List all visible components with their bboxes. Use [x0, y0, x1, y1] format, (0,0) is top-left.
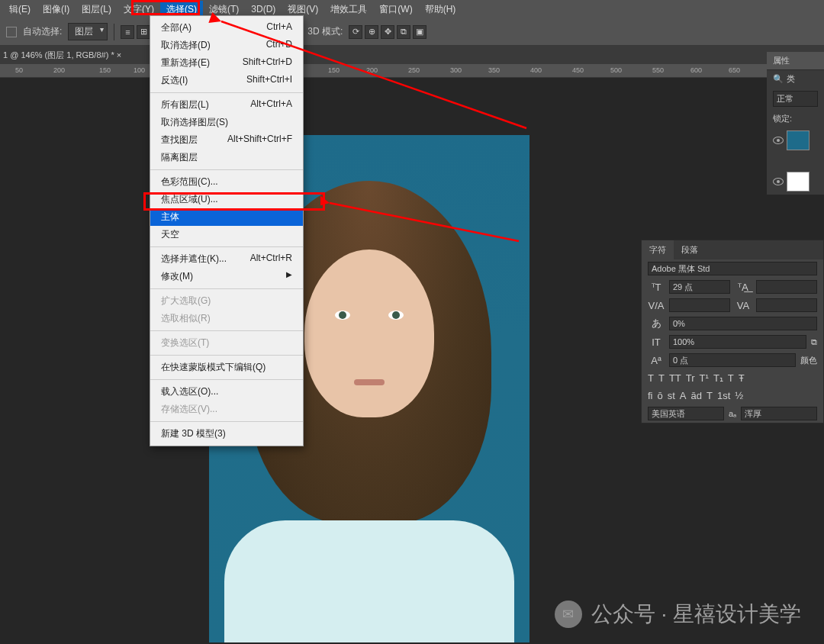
menu-item: 扩大选取(G) — [150, 292, 303, 310]
blend-mode[interactable]: 正常 — [773, 91, 818, 107]
properties-tab[interactable]: 属性 — [767, 52, 824, 70]
align-icon[interactable]: ≡ — [121, 25, 134, 39]
menu-edit[interactable]: 辑(E) — [3, 1, 37, 18]
menu-item: 变换选区(T) — [150, 334, 303, 352]
tracking-input[interactable] — [756, 298, 817, 312]
menu-item[interactable]: 在快速蒙版模式下编辑(Q) — [150, 359, 303, 376]
baseline-input[interactable] — [669, 353, 796, 367]
layer-thumb-1[interactable] — [787, 130, 810, 150]
ruler-mark: 150 — [99, 66, 111, 74]
menu-item: 存储选区(V)... — [150, 401, 303, 418]
wechat-icon: ✉ — [555, 601, 582, 628]
ruler-mark: 500 — [610, 66, 622, 74]
annotation-arrow-1 — [198, 6, 534, 204]
baseline-icon: Aª — [648, 355, 665, 366]
text-style-button[interactable]: Ŧ — [739, 372, 745, 384]
text-style-button[interactable]: ō — [658, 390, 663, 401]
text-style-button[interactable]: TT — [669, 372, 681, 384]
menu-item[interactable]: 主体 — [150, 208, 303, 226]
text-style-button[interactable]: fi — [648, 390, 653, 401]
text-style-button[interactable]: T — [707, 390, 713, 401]
text-style-button[interactable]: ½ — [735, 390, 743, 401]
right-panel: 属性 🔍类 正常 锁定: — [767, 52, 824, 195]
tab-character[interactable]: 字符 — [642, 240, 674, 259]
text-style-button[interactable]: ād — [691, 390, 702, 401]
vscale-input[interactable] — [669, 335, 806, 349]
leading-input[interactable] — [756, 280, 817, 294]
font-size-icon: ᵀT — [648, 282, 665, 293]
ruler-mark: 450 — [572, 66, 584, 74]
text-style-button[interactable]: T¹ — [700, 372, 709, 384]
font-family[interactable] — [648, 262, 817, 275]
leading-icon: ᵀA͟ — [735, 282, 752, 293]
font-size[interactable] — [669, 280, 730, 294]
menu-layer[interactable]: 图层(L) — [76, 1, 117, 18]
search-label: 类 — [787, 73, 795, 85]
search-icon: 🔍 — [773, 74, 784, 84]
annotation-arrow-2 — [320, 195, 534, 256]
lock-label: 锁定: — [767, 110, 824, 127]
menu-item[interactable]: 载入选区(O)... — [150, 383, 303, 401]
scale-input[interactable] — [669, 317, 817, 330]
svg-line-0 — [221, 21, 526, 128]
antialias-select[interactable] — [741, 407, 817, 420]
text-style-button[interactable]: A — [680, 390, 687, 401]
color-label: 颜色 — [800, 355, 817, 366]
aa-label: aₐ — [729, 409, 736, 419]
style-buttons-2: fiōstAādT1st½ — [642, 387, 823, 404]
layer-thumb-bg[interactable] — [787, 172, 810, 192]
ruler-mark: 650 — [729, 66, 740, 74]
style-buttons-1: TTTTTrT¹T₁TŦ — [642, 369, 823, 387]
language-select[interactable] — [648, 407, 724, 420]
text-style-button[interactable]: st — [668, 390, 675, 401]
svg-line-1 — [330, 203, 519, 241]
visibility-icon[interactable] — [773, 178, 784, 185]
menu-item[interactable]: 选择并遮住(K)...Alt+Ctrl+R — [150, 250, 303, 268]
layer-dropdown[interactable]: 图层 — [68, 23, 108, 40]
menu-item: 选取相似(R) — [150, 310, 303, 327]
auto-select-checkbox[interactable] — [6, 27, 17, 37]
text-style-button[interactable]: T — [658, 372, 665, 384]
visibility-icon[interactable] — [773, 137, 784, 144]
text-style-button[interactable]: 1st — [717, 390, 730, 401]
ruler-mark: 100 — [134, 66, 145, 74]
ruler-mark: 50 — [15, 66, 23, 74]
ruler-mark: 550 — [652, 66, 664, 74]
scale-icon: あ — [648, 317, 665, 330]
text-style-button[interactable]: T — [728, 372, 734, 384]
menu-item[interactable]: 修改(M)▶ — [150, 268, 303, 285]
separator — [114, 24, 114, 40]
document-tab[interactable]: 1 @ 146% (图层 1, RGB/8#) * × — [3, 50, 121, 61]
watermark: ✉ 公众号 · 星禧设计美学 — [555, 600, 801, 629]
vscale-icon: IT — [648, 336, 665, 348]
link-icon[interactable]: ⧉ — [811, 337, 817, 347]
tab-paragraph[interactable]: 段落 — [674, 240, 706, 259]
menu-item[interactable]: 天空 — [150, 226, 303, 243]
character-panel: 字符 段落 ᵀT ᵀA͟ V/A VA あ IT ⧉ Aª 颜色 TTTTTrT… — [641, 240, 824, 423]
ruler-mark: 200 — [53, 66, 65, 74]
menu-item[interactable]: 新建 3D 模型(3) — [150, 425, 303, 443]
text-style-button[interactable]: T — [648, 372, 654, 384]
align-icon[interactable]: ⊞ — [137, 25, 150, 39]
ruler-mark: 600 — [690, 66, 702, 74]
watermark-text: 公众号 · 星禧设计美学 — [591, 600, 801, 629]
kerning-input[interactable] — [669, 298, 730, 312]
tracking-icon: VA — [735, 300, 752, 311]
text-style-button[interactable]: Tr — [686, 372, 695, 384]
text-style-button[interactable]: T₁ — [713, 372, 723, 384]
kerning-icon: V/A — [648, 300, 665, 311]
menu-image[interactable]: 图像(I) — [37, 1, 76, 18]
auto-select-label: 自动选择: — [23, 25, 62, 38]
